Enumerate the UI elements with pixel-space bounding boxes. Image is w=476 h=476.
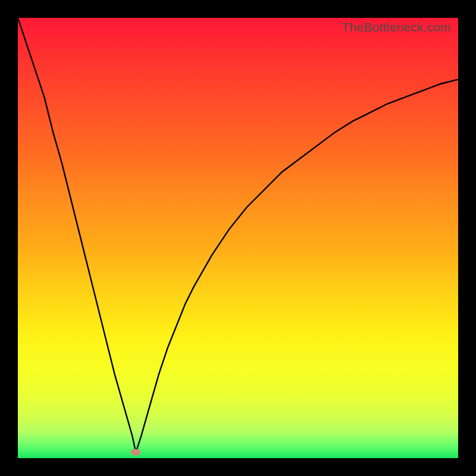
optimal-point-marker xyxy=(131,449,140,456)
bottleneck-curve xyxy=(18,18,458,458)
chart-frame: TheBottleneck.com xyxy=(0,0,476,476)
plot-area: TheBottleneck.com xyxy=(18,18,458,458)
